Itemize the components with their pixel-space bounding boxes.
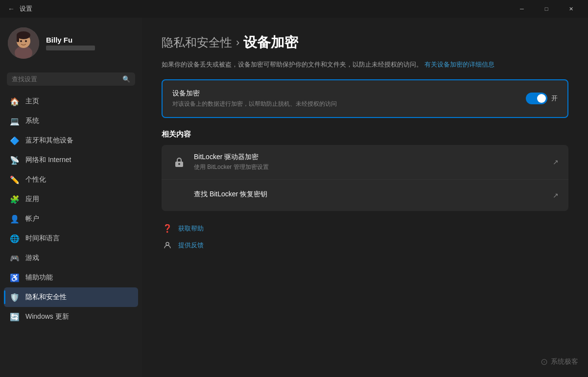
breadcrumb: 隐私和安全性 › 设备加密 [162,33,568,52]
toggle-container: 开 [526,93,558,104]
user-profile[interactable]: Billy Fu [0,18,142,69]
sidebar-item-label: 网络和 Internet [25,156,71,165]
bitlocker-external-icon: ↗ [553,158,559,166]
recovery-key-info: 查找 BitLocker 恢复密钥 [194,190,553,200]
breadcrumb-parent[interactable]: 隐私和安全性 [162,35,232,50]
breadcrumb-separator: › [236,36,239,49]
sidebar-item-time[interactable]: 🌐 时间和语言 [4,229,138,248]
bitlocker-icon [171,154,187,170]
related-section-title: 相关内容 [162,130,568,139]
user-info: Billy Fu [46,36,95,50]
description-link[interactable]: 有关设备加密的详细信息 [424,61,494,68]
breadcrumb-current: 设备加密 [243,33,298,52]
page-description: 如果你的设备丢失或被盗，设备加密可帮助保护你的文件和文件夹，以防止未经授权的访问… [162,60,568,70]
sidebar-item-label: Windows 更新 [25,312,69,321]
svg-rect-4 [17,34,19,42]
recovery-key-item[interactable]: 查找 BitLocker 恢复密钥 ↗ [162,180,568,211]
sidebar-item-label: 系统 [25,117,39,125]
sidebar-item-system[interactable]: 💻 系统 [4,111,138,131]
bitlocker-info: BitLocker 驱动器加密 使用 BitLocker 管理加密设置 [194,153,553,171]
feedback-label: 提供反馈 [178,241,204,250]
watermark: ⊙ 系统极客 [541,356,578,367]
windows-update-icon: 🔄 [10,312,20,322]
sidebar-item-home[interactable]: 🏠 主页 [4,92,138,111]
sidebar: Billy Fu 🔍 🏠 主页 💻 系统 🔷 蓝牙和其他设备 [0,18,142,377]
encryption-title: 设备加密 [172,89,526,98]
sidebar-item-apps[interactable]: 🧩 应用 [4,189,138,209]
svg-point-5 [20,40,22,42]
avatar [8,27,39,59]
titlebar-left: ← 设置 [8,4,32,13]
titlebar-title: 设置 [20,4,32,13]
sidebar-item-accounts[interactable]: 👤 帐户 [4,209,138,229]
close-button[interactable]: ✕ [560,0,582,18]
svg-point-9 [166,242,169,245]
sidebar-item-label: 隐私和安全性 [25,293,67,302]
bitlocker-title: BitLocker 驱动器加密 [194,153,553,162]
feedback-icon [162,239,173,251]
network-icon: 📡 [10,155,20,165]
search-input[interactable] [12,75,118,83]
watermark-text: 系统极客 [551,357,578,366]
get-help-icon: ❓ [162,223,173,235]
sidebar-item-personalization[interactable]: ✏️ 个性化 [4,170,138,189]
accounts-icon: 👤 [10,214,20,224]
feedback-link[interactable]: 提供反馈 [162,239,568,251]
search-icon: 🔍 [122,75,130,83]
sidebar-item-network[interactable]: 📡 网络和 Internet [4,150,138,170]
nav-list: 🏠 主页 💻 系统 🔷 蓝牙和其他设备 📡 网络和 Internet ✏️ 个性… [0,92,142,377]
recovery-key-icon [171,188,187,203]
sidebar-item-privacy[interactable]: 🛡️ 隐私和安全性 [4,287,138,307]
sidebar-item-label: 游戏 [25,254,39,262]
system-icon: 💻 [10,116,20,126]
user-email [46,46,95,50]
bluetooth-icon: 🔷 [10,136,20,145]
sidebar-item-gaming[interactable]: 🎮 游戏 [4,248,138,268]
sidebar-item-windows-update[interactable]: 🔄 Windows 更新 [4,307,138,327]
minimize-button[interactable]: ─ [511,0,533,18]
help-links: ❓ 获取帮助 提供反馈 [162,223,568,251]
sidebar-item-label: 辅助功能 [25,273,53,282]
apps-icon: 🧩 [10,194,20,204]
sidebar-item-label: 帐户 [25,214,39,223]
sidebar-item-label: 时间和语言 [25,234,60,243]
get-help-link[interactable]: ❓ 获取帮助 [162,223,568,235]
recovery-key-title: 查找 BitLocker 恢复密钥 [194,190,553,199]
maximize-button[interactable]: □ [535,0,558,18]
sidebar-item-accessibility[interactable]: ♿ 辅助功能 [4,268,138,287]
svg-point-6 [25,40,27,42]
titlebar-controls: ─ □ ✕ [511,0,582,18]
back-button[interactable]: ← [8,5,15,13]
sidebar-item-label: 个性化 [25,175,46,184]
svg-point-8 [178,163,180,165]
main-content: 隐私和安全性 › 设备加密 如果你的设备丢失或被盗，设备加密可帮助保护你的文件和… [142,18,588,377]
sidebar-item-label: 主页 [25,97,39,106]
device-encryption-card: 设备加密 对该设备上的数据进行加密，以帮助防止脱机、未经授权的访问 开 [162,79,568,118]
encryption-toggle[interactable] [526,93,547,104]
bitlocker-desc: 使用 BitLocker 管理加密设置 [194,163,553,171]
personalization-icon: ✏️ [10,175,20,185]
app-layout: Billy Fu 🔍 🏠 主页 💻 系统 🔷 蓝牙和其他设备 [0,18,588,377]
encryption-row: 设备加密 对该设备上的数据进行加密，以帮助防止脱机、未经授权的访问 开 [163,80,567,117]
sidebar-item-label: 蓝牙和其他设备 [25,136,73,145]
sidebar-item-label: 应用 [25,195,39,204]
bitlocker-item[interactable]: BitLocker 驱动器加密 使用 BitLocker 管理加密设置 ↗ [162,145,568,180]
toggle-state-label: 开 [551,94,558,103]
gaming-icon: 🎮 [10,253,20,263]
encryption-desc: 对该设备上的数据进行加密，以帮助防止脱机、未经授权的访问 [172,100,526,108]
watermark-icon: ⊙ [541,356,548,367]
related-card: BitLocker 驱动器加密 使用 BitLocker 管理加密设置 ↗ 查找… [162,145,568,211]
recovery-key-external-icon: ↗ [553,191,559,199]
titlebar: ← 设置 ─ □ ✕ [0,0,588,18]
privacy-icon: 🛡️ [10,292,20,302]
home-icon: 🏠 [10,96,20,106]
time-icon: 🌐 [10,234,20,243]
accessibility-icon: ♿ [10,273,20,283]
sidebar-item-bluetooth[interactable]: 🔷 蓝牙和其他设备 [4,131,138,150]
user-name: Billy Fu [46,36,95,44]
encryption-info: 设备加密 对该设备上的数据进行加密，以帮助防止脱机、未经授权的访问 [172,89,526,108]
search-box: 🔍 [7,72,135,86]
get-help-label: 获取帮助 [178,224,204,233]
